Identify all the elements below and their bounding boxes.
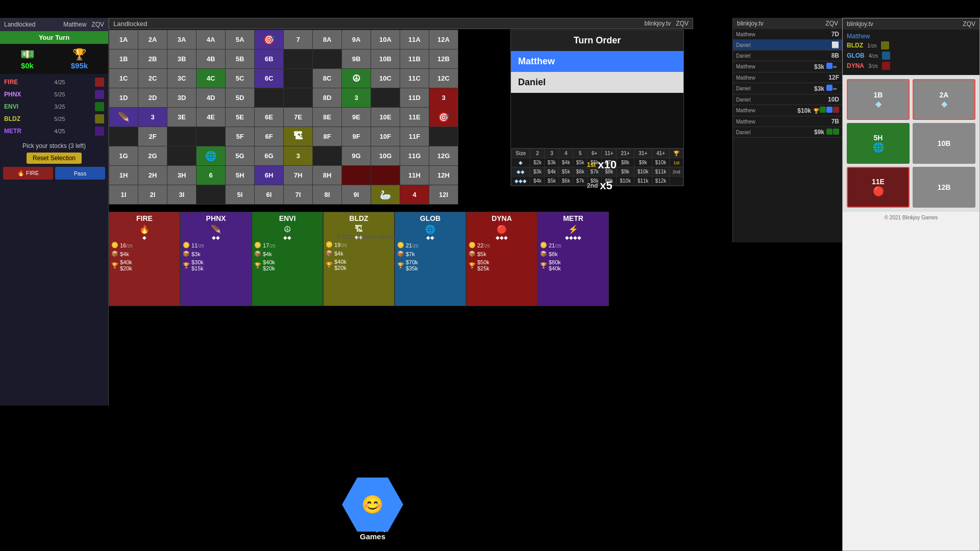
grid-cell[interactable]: 8D <box>313 88 342 108</box>
tile-11E[interactable]: 11E 🔴 <box>847 167 910 208</box>
grid-cell[interactable] <box>109 127 138 146</box>
grid-cell[interactable]: 3 <box>138 108 167 127</box>
grid-cell[interactable]: 4 <box>400 185 429 205</box>
grid-cell[interactable]: 1I <box>109 185 138 205</box>
grid-cell[interactable]: 9A <box>342 30 371 49</box>
grid-cell[interactable]: 4B <box>197 49 226 69</box>
grid-cell[interactable]: 3A <box>167 30 197 49</box>
grid-cell[interactable]: 10B <box>371 49 400 69</box>
grid-cell[interactable]: 5G <box>226 146 255 166</box>
grid-cell[interactable]: 2B <box>138 49 167 69</box>
grid-cell[interactable]: 3D <box>167 88 197 108</box>
grid-cell[interactable]: 5C <box>226 69 255 88</box>
grid-cell[interactable]: 3H <box>167 166 197 185</box>
turn-player-row[interactable]: Daniel <box>511 72 683 93</box>
grid-cell[interactable]: 11G <box>400 146 429 166</box>
grid-cell[interactable]: 3C <box>167 69 197 88</box>
grid-cell[interactable]: 3E <box>167 108 197 127</box>
grid-cell[interactable]: ☮ <box>342 69 371 88</box>
grid-cell[interactable]: 1G <box>109 146 138 166</box>
grid-cell[interactable]: 4D <box>197 88 226 108</box>
grid-cell[interactable] <box>167 127 197 146</box>
grid-cell[interactable]: 1A <box>109 30 138 49</box>
grid-cell[interactable]: 3 <box>342 88 371 108</box>
grid-cell[interactable]: 🦢 <box>371 185 400 205</box>
grid-cell[interactable]: 6B <box>255 49 284 69</box>
grid-cell[interactable]: 6I <box>255 185 284 205</box>
grid-cell[interactable]: 🎯 <box>429 108 458 127</box>
grid-cell[interactable]: 6H <box>255 166 284 185</box>
grid-cell[interactable] <box>197 127 226 146</box>
grid-cell[interactable]: 12H <box>429 166 458 185</box>
grid-cell[interactable]: 11H <box>400 166 429 185</box>
grid-cell[interactable] <box>371 88 400 108</box>
grid-cell[interactable]: 12B <box>429 49 458 69</box>
grid-cell[interactable]: 6 <box>197 166 226 185</box>
grid-cell[interactable]: 8I <box>313 185 342 205</box>
grid-cell[interactable]: 8A <box>313 30 342 49</box>
stock-row[interactable]: BLDZ5/25 <box>4 113 104 125</box>
grid-cell[interactable] <box>371 166 400 185</box>
grid-cell[interactable]: 10A <box>371 30 400 49</box>
grid-cell[interactable]: 4C <box>197 69 226 88</box>
stock-row[interactable]: FIRE4/25 <box>4 76 104 88</box>
grid-cell[interactable]: 8H <box>313 166 342 185</box>
grid-cell[interactable]: 12C <box>429 69 458 88</box>
grid-cell[interactable]: 2G <box>138 146 167 166</box>
grid-cell[interactable]: 12A <box>429 30 458 49</box>
grid-cell[interactable]: 1D <box>109 88 138 108</box>
grid-cell[interactable] <box>284 88 313 108</box>
grid-cell[interactable]: 10C <box>371 69 400 88</box>
grid-cell[interactable]: 3I <box>167 185 197 205</box>
stock-row[interactable]: METR4/25 <box>4 125 104 137</box>
grid-cell[interactable]: 7H <box>284 166 313 185</box>
grid-cell[interactable]: 11F <box>400 127 429 146</box>
grid-cell[interactable]: 5E <box>226 108 255 127</box>
grid-cell[interactable]: 2D <box>138 88 167 108</box>
tile-1B[interactable]: 1B ◆ <box>847 79 910 120</box>
grid-cell[interactable]: 4A <box>197 30 226 49</box>
grid-cell[interactable]: 5H <box>226 166 255 185</box>
grid-cell[interactable]: 9G <box>342 146 371 166</box>
grid-cell[interactable]: 9E <box>342 108 371 127</box>
grid-cell[interactable]: 9F <box>342 127 371 146</box>
grid-cell[interactable]: 2C <box>138 69 167 88</box>
grid-cell[interactable]: 10F <box>371 127 400 146</box>
grid-cell[interactable] <box>429 127 458 146</box>
stock-row[interactable]: ENVI3/25 <box>4 101 104 113</box>
grid-cell[interactable]: 8C <box>313 69 342 88</box>
grid-cell[interactable]: 6G <box>255 146 284 166</box>
grid-cell[interactable]: 6E <box>255 108 284 127</box>
tile-12B[interactable]: 12B <box>913 167 975 208</box>
grid-cell[interactable]: 3 <box>429 88 458 108</box>
grid-cell[interactable]: 12I <box>429 185 458 205</box>
grid-cell[interactable] <box>167 146 197 166</box>
grid-cell[interactable]: 2I <box>138 185 167 205</box>
grid-cell[interactable]: 7 <box>284 30 313 49</box>
grid-cell[interactable] <box>313 146 342 166</box>
tile-10B[interactable]: 10B <box>913 123 975 164</box>
tile-2A[interactable]: 2A ◆ <box>913 79 975 120</box>
grid-cell[interactable]: 8F <box>313 127 342 146</box>
grid-cell[interactable] <box>313 49 342 69</box>
grid-cell[interactable]: 9B <box>342 49 371 69</box>
grid-cell[interactable] <box>197 185 226 205</box>
grid-cell[interactable] <box>284 49 313 69</box>
turn-player-row[interactable]: Matthew <box>511 51 683 72</box>
grid-cell[interactable]: 5B <box>226 49 255 69</box>
fire-action-button[interactable]: 🔥 FIRE <box>3 167 53 180</box>
grid-cell[interactable]: 7E <box>284 108 313 127</box>
grid-cell[interactable]: 🏗 <box>284 127 313 146</box>
grid-cell[interactable]: 6F <box>255 127 284 146</box>
grid-cell[interactable]: 1B <box>109 49 138 69</box>
tile-5H[interactable]: 5H 🌐 <box>847 123 910 164</box>
grid-cell[interactable] <box>284 69 313 88</box>
grid-cell[interactable]: 11E <box>400 108 429 127</box>
grid-cell[interactable]: 11C <box>400 69 429 88</box>
grid-cell[interactable]: 5D <box>226 88 255 108</box>
grid-cell[interactable]: 4E <box>197 108 226 127</box>
grid-cell[interactable]: 2H <box>138 166 167 185</box>
grid-cell[interactable]: 11D <box>400 88 429 108</box>
grid-cell[interactable]: 3B <box>167 49 197 69</box>
grid-cell[interactable]: 3 <box>284 146 313 166</box>
